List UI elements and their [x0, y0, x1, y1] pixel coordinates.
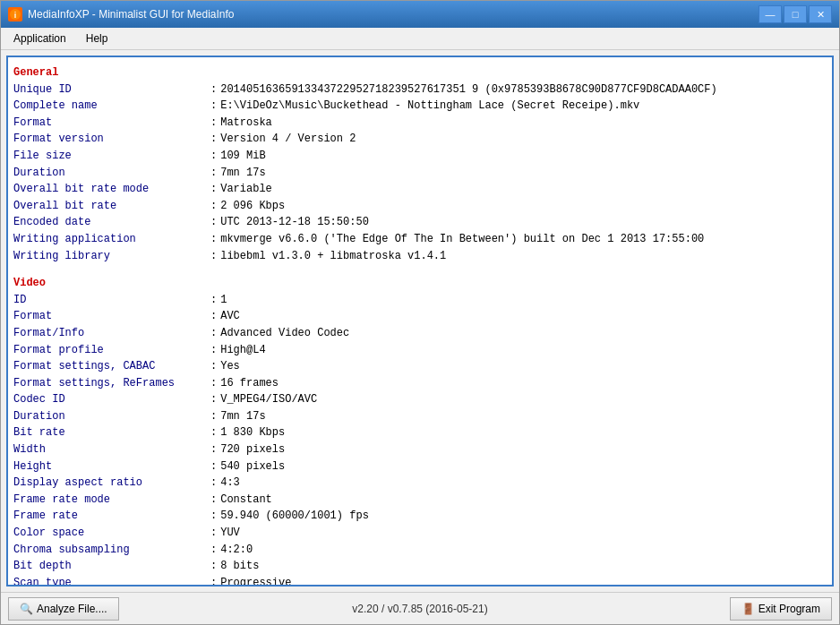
menu-help[interactable]: Help	[81, 30, 114, 47]
table-row: Codec ID : V_MPEG4/ISO/AVC	[13, 391, 827, 408]
info-key: Bit depth	[13, 558, 210, 575]
info-key: Bit rate	[13, 424, 210, 441]
info-value: Yes	[220, 358, 240, 375]
info-value: 59.940 (60000/1001) fps	[220, 508, 369, 525]
info-panel[interactable]: General Unique ID : 20140516365913343722…	[6, 56, 834, 586]
info-key: Width	[13, 441, 210, 458]
table-row: Chroma subsampling : 4:2:0	[13, 542, 827, 559]
table-row: Writing application : mkvmerge v6.6.0 ('…	[13, 231, 827, 248]
close-button[interactable]: ✕	[809, 5, 832, 23]
table-row: Complete name : E:\ViDeOz\Music\Buckethe…	[13, 98, 827, 115]
analyze-icon: 🔍	[20, 603, 33, 615]
info-value: 720 pixels	[220, 441, 285, 458]
analyze-button[interactable]: 🔍 Analyze File....	[8, 597, 119, 621]
table-row: Frame rate mode : Constant	[13, 492, 827, 509]
table-row: Width : 720 pixels	[13, 441, 827, 458]
table-row: Encoded date : UTC 2013-12-18 15:50:50	[13, 214, 827, 231]
info-value: 1	[220, 292, 227, 309]
table-row: Format version : Version 4 / Version 2	[13, 131, 827, 148]
info-value: 2 096 Kbps	[220, 198, 285, 215]
exit-icon: 🚪	[741, 603, 755, 615]
info-key: Format/Info	[13, 325, 210, 342]
info-key: Frame rate	[13, 508, 210, 525]
info-value: Version 4 / Version 2	[220, 131, 356, 148]
info-value: 4:2:0	[220, 542, 253, 559]
info-key: Format settings, CABAC	[13, 358, 210, 375]
info-value: E:\ViDeOz\Music\Buckethead - Nottingham …	[220, 98, 639, 115]
bottom-bar: 🔍 Analyze File.... v2.20 / v0.7.85 (2016…	[1, 592, 839, 624]
table-row: Overall bit rate mode : Variable	[13, 181, 827, 198]
maximize-button[interactable]: □	[784, 5, 807, 23]
info-key: Unique ID	[13, 81, 210, 98]
table-row: Duration : 7mn 17s	[13, 408, 827, 425]
info-key: Format version	[13, 131, 210, 148]
info-value: Variable	[220, 181, 272, 198]
general-section-header: General	[13, 64, 827, 81]
info-value: 7mn 17s	[220, 408, 265, 425]
info-key: File size	[13, 148, 210, 165]
svg-text:i: i	[14, 11, 17, 20]
table-row: Writing library : libebml v1.3.0 + libma…	[13, 248, 827, 265]
menu-bar: Application Help	[1, 28, 839, 50]
table-row: Format : Matroska	[13, 115, 827, 132]
table-row: ID : 1	[13, 292, 827, 309]
info-value: 109 MiB	[220, 148, 265, 165]
info-key: Format settings, ReFrames	[13, 375, 210, 392]
info-value: AVC	[220, 308, 240, 325]
info-value: High@L4	[220, 342, 265, 359]
info-key: Chroma subsampling	[13, 542, 210, 559]
info-value: 540 pixels	[220, 458, 285, 475]
info-value: 8 bits	[220, 558, 259, 575]
info-value: 16 frames	[220, 375, 279, 392]
info-key: Encoded date	[13, 214, 210, 231]
info-value: Constant	[220, 492, 272, 509]
info-value: YUV	[220, 525, 240, 542]
info-value: Progressive	[220, 575, 291, 586]
info-key: Format	[13, 308, 210, 325]
exit-button[interactable]: 🚪 Exit Program	[730, 597, 832, 621]
table-row: Display aspect ratio : 4:3	[13, 475, 827, 492]
table-row: File size : 109 MiB	[13, 148, 827, 165]
table-row: Duration : 7mn 17s	[13, 165, 827, 182]
minimize-button[interactable]: —	[759, 5, 782, 23]
info-value: Advanced Video Codec	[220, 325, 349, 342]
table-row: Format settings, CABAC : Yes	[13, 358, 827, 375]
info-value: UTC 2013-12-18 15:50:50	[220, 214, 369, 231]
video-section-header: Video	[13, 275, 827, 292]
info-key: Overall bit rate mode	[13, 181, 210, 198]
info-key: Duration	[13, 408, 210, 425]
info-value: libebml v1.3.0 + libmatroska v1.4.1	[220, 248, 446, 265]
info-value: 1 830 Kbps	[220, 424, 285, 441]
info-value: 4:3	[220, 475, 240, 492]
menu-application[interactable]: Application	[8, 30, 72, 47]
info-key: Format	[13, 115, 210, 132]
table-row: Bit depth : 8 bits	[13, 558, 827, 575]
info-key: Scan type	[13, 575, 210, 586]
table-row: Bit rate : 1 830 Kbps	[13, 424, 827, 441]
info-value: 7mn 17s	[220, 165, 265, 182]
info-key: Height	[13, 458, 210, 475]
version-text: v2.20 / v0.7.85 (2016-05-21)	[352, 603, 487, 615]
info-value: V_MPEG4/ISO/AVC	[220, 391, 317, 408]
info-key: Display aspect ratio	[13, 475, 210, 492]
table-row: Format settings, ReFrames : 16 frames	[13, 375, 827, 392]
table-row: Height : 540 pixels	[13, 458, 827, 475]
info-key: Complete name	[13, 98, 210, 115]
table-row: Format/Info : Advanced Video Codec	[13, 325, 827, 342]
window-title: MediaInfoXP - Minimalist GUI for MediaIn…	[28, 8, 753, 21]
info-key: Codec ID	[13, 391, 210, 408]
main-window: i MediaInfoXP - Minimalist GUI for Media…	[0, 0, 840, 625]
table-row: Format : AVC	[13, 308, 827, 325]
info-key: Overall bit rate	[13, 198, 210, 215]
info-key: Format profile	[13, 342, 210, 359]
info-value: Matroska	[220, 115, 272, 132]
table-row: Unique ID : 2014051636591334372295271823…	[13, 81, 827, 98]
title-bar: i MediaInfoXP - Minimalist GUI for Media…	[1, 1, 839, 28]
table-row: Overall bit rate : 2 096 Kbps	[13, 198, 827, 215]
app-icon: i	[8, 7, 22, 21]
window-controls: — □ ✕	[759, 5, 832, 23]
table-row: Color space : YUV	[13, 525, 827, 542]
info-key: Frame rate mode	[13, 492, 210, 509]
info-key: Writing application	[13, 231, 210, 248]
table-row: Format profile : High@L4	[13, 342, 827, 359]
